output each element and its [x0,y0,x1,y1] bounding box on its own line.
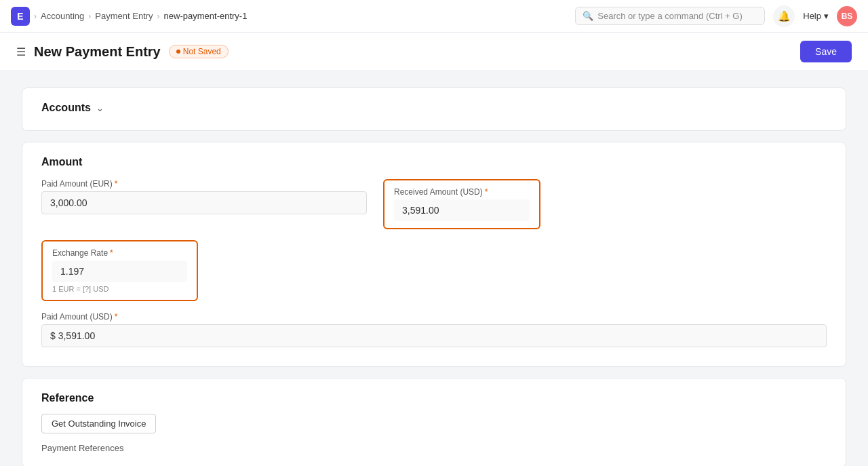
amount-section: Amount Paid Amount (EUR) * Received Amou… [22,142,846,367]
not-saved-label: Not Saved [183,47,221,56]
reference-section: Reference Get Outstanding Invoice Paymen… [22,378,846,466]
paid-amount-eur-label: Paid Amount (EUR) * [41,179,367,189]
help-chevron-icon: ▾ [824,11,829,21]
get-outstanding-invoice-button[interactable]: Get Outstanding Invoice [41,414,156,433]
breadcrumb-sep-3: › [157,12,160,21]
app-logo[interactable]: E [11,7,30,26]
amount-section-title: Amount [41,156,82,168]
search-icon: 🔍 [583,11,593,21]
paid-amount-eur-required: * [115,179,118,189]
amount-row-3: Paid Amount (USD) * [41,312,827,347]
save-button[interactable]: Save [800,41,852,62]
avatar[interactable]: BS [837,6,857,26]
exchange-rate-note: 1 EUR = [?] USD [52,285,187,293]
breadcrumb-accounting[interactable]: Accounting [41,11,84,21]
bell-icon: 🔔 [778,10,791,22]
page-header: ☰ New Payment Entry Not Saved Save [0,33,868,71]
breadcrumb-sep-1: › [34,12,37,21]
amount-row-2: Exchange Rate * 1 EUR = [?] USD [41,240,827,301]
not-saved-dot [176,50,180,54]
menu-icon[interactable]: ☰ [16,45,26,58]
notification-bell-button[interactable]: 🔔 [773,5,795,27]
exchange-rate-label: Exchange Rate * [52,248,187,258]
nav-right: 🔍 Search or type a command (Ctrl + G) 🔔 … [575,5,857,27]
received-amount-usd-required: * [485,187,488,197]
paid-amount-eur-input[interactable] [41,191,367,214]
help-button[interactable]: Help ▾ [803,11,829,21]
received-amount-usd-label: Received Amount (USD) * [394,187,530,197]
amount-row-1: Paid Amount (EUR) * Received Amount (USD… [41,179,827,229]
paid-amount-usd-input[interactable] [41,324,827,347]
not-saved-badge: Not Saved [169,45,229,58]
paid-amount-usd-required: * [115,312,118,322]
breadcrumb-current: new-payment-entry-1 [164,11,248,21]
main-content: Accounts ⌄ Amount Paid Amount (EUR) * [0,71,868,466]
reference-section-title: Reference [41,392,94,404]
breadcrumb-payment-entry[interactable]: Payment Entry [95,11,153,21]
accounts-section-header: Accounts ⌄ [41,102,827,114]
search-box[interactable]: 🔍 Search or type a command (Ctrl + G) [575,7,765,25]
breadcrumb-sep-2: › [88,12,91,21]
top-nav: E › Accounting › Payment Entry › new-pay… [0,0,868,33]
help-label: Help [803,11,821,21]
accounts-section: Accounts ⌄ [22,88,846,131]
amount-section-header: Amount [41,156,827,168]
paid-amount-usd-group: Paid Amount (USD) * [41,312,827,347]
accounts-section-title: Accounts [41,102,91,114]
received-amount-usd-input[interactable] [394,199,530,221]
payment-references-label: Payment References [41,443,827,453]
exchange-rate-required: * [110,248,113,258]
paid-amount-usd-label: Paid Amount (USD) * [41,312,827,322]
page-header-left: ☰ New Payment Entry Not Saved [16,44,229,60]
accounts-chevron-icon[interactable]: ⌄ [96,103,104,113]
paid-amount-eur-group: Paid Amount (EUR) * [41,179,367,214]
reference-section-header: Reference [41,392,827,404]
received-amount-usd-group: Received Amount (USD) * [383,179,540,229]
amount-grid: Paid Amount (EUR) * Received Amount (USD… [41,179,827,347]
exchange-rate-group: Exchange Rate * 1 EUR = [?] USD [41,240,198,301]
search-placeholder-text: Search or type a command (Ctrl + G) [597,11,743,21]
nav-left: E › Accounting › Payment Entry › new-pay… [11,7,247,26]
exchange-rate-input[interactable] [52,260,187,282]
page-title: New Payment Entry [34,44,161,60]
